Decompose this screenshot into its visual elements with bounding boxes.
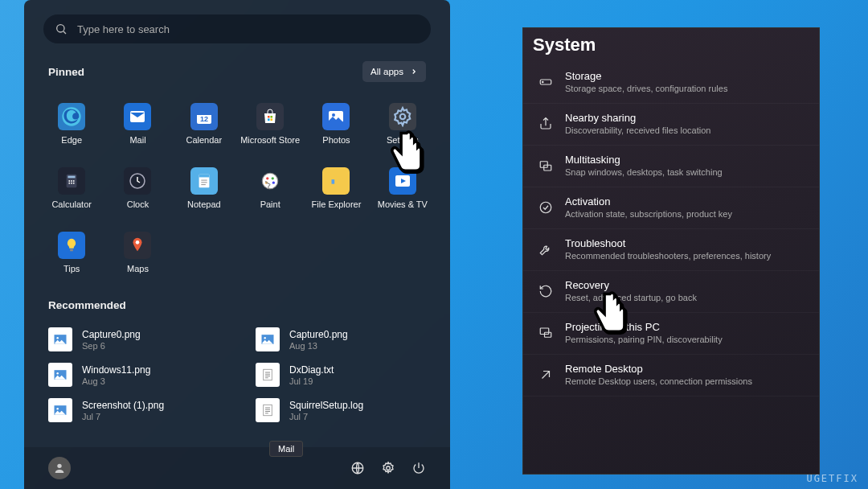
image-file-icon [256, 327, 280, 351]
pinned-app-clock[interactable]: Clock [104, 158, 170, 219]
pinned-app-photos[interactable]: Photos [303, 93, 369, 154]
settings-desc: Storage space, drives, configuration rul… [565, 84, 727, 93]
chevron-right-icon [410, 68, 418, 76]
recommended-item[interactable]: Capture0.pngAug 13 [249, 323, 432, 356]
rec-date: Sep 6 [82, 341, 141, 351]
settings-label: Troubleshoot [565, 237, 771, 249]
all-apps-button[interactable]: All apps [362, 61, 426, 82]
footer-tooltip: Mail [269, 441, 303, 457]
svg-point-57 [387, 466, 391, 471]
settings-desc: Discoverability, received files location [565, 125, 710, 135]
svg-point-40 [264, 337, 266, 339]
pinned-app-settings[interactable]: Settings [370, 93, 436, 154]
svg-rect-9 [268, 119, 270, 121]
app-label: Mail [129, 135, 145, 145]
mail-icon [124, 103, 151, 130]
rec-title: Capture0.png [289, 329, 348, 340]
user-avatar[interactable] [48, 457, 71, 479]
recommended-item[interactable]: SquirrelSetup.logJul 7 [249, 393, 432, 427]
svg-point-31 [272, 182, 275, 184]
pinned-app-notepad[interactable]: Notepad [171, 158, 237, 219]
pinned-app-tips[interactable]: Tips [39, 222, 104, 283]
pinned-app-file-explorer[interactable]: File Explorer [303, 158, 369, 219]
remote-icon [538, 367, 554, 383]
pinned-apps-grid: EdgeMail12CalendarMicrosoft StorePhotosS… [24, 90, 450, 288]
pinned-app-calculator[interactable]: Calculator [39, 158, 104, 219]
recommended-title: Recommended [48, 299, 126, 311]
pinned-app-mail[interactable]: Mail [104, 93, 170, 154]
settings-label: Storage [565, 70, 727, 82]
settings-item-storage[interactable]: StorageStorage space, drives, configurat… [523, 62, 819, 104]
settings-label: Nearby sharing [565, 112, 710, 124]
calendar-icon: 12 [190, 103, 218, 130]
svg-point-59 [542, 81, 544, 83]
rec-date: Jul 19 [289, 376, 334, 386]
settings-desc: Permissions, pairing PIN, discoverabilit… [565, 335, 723, 344]
rec-date: Aug 3 [82, 376, 150, 386]
bulb-icon [58, 232, 85, 259]
app-label: Microsoft Store [240, 135, 300, 145]
search-input[interactable]: Type here to search [43, 14, 431, 43]
project-icon [538, 325, 554, 341]
recommended-item[interactable]: Screenshot (1).pngJul 7 [42, 393, 225, 427]
svg-text:12: 12 [200, 115, 208, 123]
svg-point-20 [71, 183, 72, 184]
svg-point-18 [73, 180, 75, 182]
person-icon [53, 462, 66, 475]
recovery-icon [538, 283, 554, 299]
settings-item-projecting-to-this-pc[interactable]: Projecting to this PCPermissions, pairin… [523, 313, 819, 355]
settings-desc: Recommended troubleshooters, preferences… [565, 251, 771, 261]
app-label: Maps [127, 264, 149, 273]
watermark: UGETFIX [806, 473, 858, 484]
movie-icon [389, 167, 416, 195]
app-label: Notepad [187, 199, 221, 209]
pinned-app-movies-tv[interactable]: Movies & TV [370, 158, 436, 219]
svg-point-42 [56, 372, 59, 375]
pinned-app-microsoft-store[interactable]: Microsoft Store [237, 93, 303, 154]
svg-point-19 [68, 183, 70, 184]
settings-item-activation[interactable]: ActivationActivation state, subscription… [523, 187, 819, 229]
storage-icon [538, 74, 554, 90]
settings-title: System [523, 28, 819, 62]
svg-point-49 [56, 408, 59, 410]
power-icon[interactable] [411, 461, 426, 475]
start-menu-footer [24, 447, 450, 489]
globe-icon[interactable] [350, 461, 365, 475]
settings-item-recovery[interactable]: RecoveryReset, advanced startup, go back [523, 271, 819, 313]
pinned-header-row: Pinned All apps [24, 43, 450, 90]
settings-desc: Activation state, subscriptions, product… [565, 209, 732, 219]
rec-title: DxDiag.txt [289, 364, 334, 376]
settings-item-multitasking[interactable]: MultitaskingSnap windows, desktops, task… [523, 146, 819, 187]
app-label: Photos [322, 135, 350, 145]
share-icon [538, 116, 554, 132]
recommended-item[interactable]: DxDiag.txtJul 19 [249, 358, 432, 392]
pinned-app-calendar[interactable]: 12Calendar [171, 93, 237, 154]
settings-item-troubleshoot[interactable]: TroubleshootRecommended troubleshooters,… [523, 229, 819, 271]
svg-point-36 [136, 240, 140, 244]
image-file-icon [48, 398, 72, 422]
pinned-app-paint[interactable]: Paint [237, 158, 303, 219]
rec-date: Aug 13 [289, 341, 348, 351]
svg-point-28 [262, 173, 278, 189]
recommended-header-row: Recommended [24, 288, 450, 319]
recommended-item[interactable]: Capture0.pngSep 6 [42, 323, 225, 356]
svg-rect-33 [332, 179, 335, 184]
recommended-item[interactable]: Windows11.pngAug 3 [42, 358, 225, 392]
settings-item-nearby-sharing[interactable]: Nearby sharingDiscoverability, received … [523, 104, 819, 146]
pinned-app-edge[interactable]: Edge [39, 93, 104, 154]
svg-point-55 [57, 464, 61, 468]
rec-title: Capture0.png [82, 329, 141, 340]
app-label: Clock [127, 199, 149, 209]
settings-desc: Snap windows, desktops, task switching [565, 167, 723, 177]
edge-icon [58, 103, 85, 130]
settings-item-remote-desktop[interactable]: Remote DesktopRemote Desktop users, conn… [523, 355, 819, 397]
calc-icon [58, 167, 85, 195]
clock-icon [124, 167, 151, 195]
svg-rect-7 [268, 116, 270, 118]
pinned-app-maps[interactable]: Maps [104, 222, 170, 283]
gear-icon[interactable] [381, 461, 395, 475]
text-file-icon [256, 398, 280, 422]
text-file-icon [256, 363, 280, 387]
start-menu: Type here to search Pinned All apps Edge… [24, 0, 450, 489]
app-label: Paint [260, 199, 280, 209]
